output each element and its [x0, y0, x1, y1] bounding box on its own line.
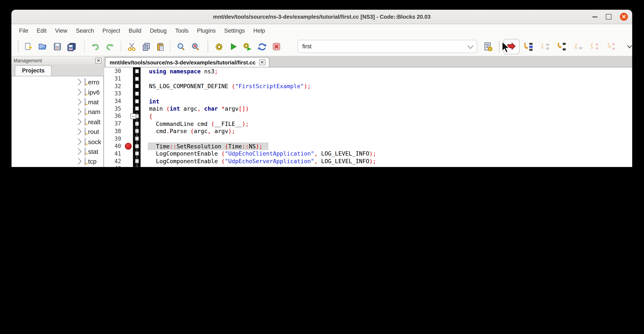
menu-debug[interactable]: Debug: [146, 26, 171, 36]
code-line-35[interactable]: 35main (int argc, char *argv[]): [104, 105, 632, 112]
management-close-icon[interactable]: ✕: [95, 58, 102, 63]
cut-button[interactable]: [126, 41, 138, 53]
menu-help[interactable]: Help: [249, 26, 270, 36]
code-line-37[interactable]: 37 CommandLine cmd (__FILE__);: [104, 120, 632, 127]
code-line-40[interactable]: 40 Time::SetResolution (Time::NS);: [104, 142, 632, 150]
code-line-33[interactable]: 33: [104, 90, 632, 97]
step-into-button[interactable]: [554, 40, 569, 54]
step-out-button[interactable]: [570, 40, 586, 54]
tree-item-mat[interactable]: mat: [12, 97, 103, 107]
menu-edit[interactable]: Edit: [32, 26, 51, 36]
code-line-38[interactable]: 38 cmd.Parse (argc, argv);: [104, 127, 632, 135]
project-tree[interactable]: erroipv6matnamrealtroutsockstattcptraflt…: [12, 76, 104, 167]
toolbar-grip[interactable]: [17, 41, 19, 53]
tree-item-label: ipv6: [88, 88, 100, 96]
tree-item-realt[interactable]: realt: [12, 117, 103, 127]
code-line-43[interactable]: 43: [104, 165, 632, 167]
run-to-cursor-button[interactable]: [521, 40, 536, 54]
code-line-42[interactable]: 42 LogComponentEnable ("UdpEchoServerApp…: [104, 157, 632, 165]
build-target-combobox[interactable]: first: [298, 40, 477, 53]
new-file-icon: [24, 42, 32, 51]
next-line-button[interactable]: [537, 40, 552, 54]
undo-button[interactable]: [89, 41, 101, 53]
build-and-run-button[interactable]: [242, 41, 254, 53]
rebuild-button[interactable]: [256, 41, 268, 53]
code-editor[interactable]: 30using namespace ns3;3132NS_LOG_COMPONE…: [104, 67, 632, 167]
breakpoint-margin[interactable]: [124, 150, 133, 157]
breakpoint-margin[interactable]: [124, 127, 133, 135]
step-into-instruction-button[interactable]: [603, 40, 618, 54]
code-line-36[interactable]: 36{: [104, 112, 632, 120]
run-icon: [230, 42, 237, 51]
save-button[interactable]: [51, 41, 63, 53]
management-tabbar: Projects: [12, 65, 104, 76]
save-all-button[interactable]: [66, 41, 78, 53]
tree-item-tcp[interactable]: tcp: [12, 156, 103, 166]
tree-item-stat[interactable]: stat: [12, 146, 103, 156]
menu-view[interactable]: View: [51, 26, 72, 36]
line-number: 34: [104, 98, 124, 104]
editor-tab-close-icon[interactable]: ✕: [259, 59, 265, 65]
code-line-41[interactable]: 41 LogComponentEnable ("UdpEchoClientApp…: [104, 150, 632, 157]
breakpoint-margin[interactable]: [124, 105, 133, 112]
copy-button[interactable]: [140, 41, 152, 53]
menu-project[interactable]: Project: [98, 26, 124, 36]
svg-text:R: R: [193, 44, 196, 48]
menu-build[interactable]: Build: [124, 26, 146, 36]
editor-tab-first-cc[interactable]: mnt/dev/tools/source/ns-3-dev/examples/t…: [105, 57, 269, 67]
menu-plugins[interactable]: Plugins: [193, 26, 220, 36]
breakpoint-margin[interactable]: [124, 98, 133, 105]
breakpoint-margin[interactable]: [124, 90, 133, 97]
paste-button[interactable]: [154, 41, 166, 53]
breakpoint-margin[interactable]: [124, 67, 133, 75]
code-line-39[interactable]: 39: [104, 135, 632, 142]
tree-item-nam[interactable]: nam: [12, 107, 103, 117]
tree-item-erro[interactable]: erro: [12, 77, 103, 87]
open-file-button[interactable]: [37, 41, 49, 53]
breakpoint-margin[interactable]: [124, 135, 133, 142]
run-button[interactable]: [227, 41, 239, 53]
tab-projects[interactable]: Projects: [15, 65, 52, 76]
breakpoint-margin[interactable]: [124, 165, 133, 167]
menu-file[interactable]: File: [15, 26, 32, 36]
next-instruction-button[interactable]: [587, 40, 602, 54]
tree-item-rout[interactable]: rout: [12, 127, 103, 137]
undo-icon: [91, 42, 100, 51]
fold-collapse-icon[interactable]: [130, 114, 136, 119]
toolbar-grip[interactable]: [207, 41, 209, 53]
menu-settings[interactable]: Settings: [220, 26, 249, 36]
toolbar-grip[interactable]: [498, 41, 500, 53]
close-button[interactable]: ✕: [620, 13, 628, 21]
breakpoint-margin[interactable]: [124, 142, 133, 150]
tree-item-ipv6[interactable]: ipv6: [12, 87, 103, 97]
next-instruction-icon: [590, 42, 600, 51]
code-text: main (int argc, char *argv[]): [140, 105, 249, 112]
breakpoint-margin[interactable]: [124, 75, 133, 82]
line-number: 32: [104, 83, 124, 89]
new-file-button[interactable]: [22, 41, 34, 53]
find-button[interactable]: [175, 41, 187, 53]
tree-item-trafl[interactable]: trafl: [12, 166, 103, 167]
code-line-31[interactable]: 31: [104, 75, 632, 82]
redo-button[interactable]: [104, 41, 116, 53]
breakpoint-margin[interactable]: [124, 83, 133, 90]
code-line-32[interactable]: 32NS_LOG_COMPONENT_DEFINE ("FirstScriptE…: [104, 83, 632, 90]
line-number: 38: [104, 128, 124, 134]
maximize-button[interactable]: [606, 14, 612, 20]
build-button[interactable]: [213, 41, 225, 53]
chevron-down-button[interactable]: [624, 41, 632, 53]
title-bar[interactable]: mnt/dev/tools/source/ns-3-dev/examples/t…: [12, 10, 632, 24]
breakpoint-margin[interactable]: [124, 120, 133, 127]
abort-button[interactable]: [270, 41, 282, 53]
breakpoint-margin[interactable]: [124, 157, 133, 165]
menu-search[interactable]: Search: [72, 26, 98, 36]
code-line-34[interactable]: 34int: [104, 98, 632, 105]
target-options-button[interactable]: [482, 41, 494, 53]
code-text: {: [140, 113, 152, 120]
minimize-button[interactable]: [592, 16, 598, 17]
breakpoint-marker[interactable]: [125, 143, 132, 149]
replace-button[interactable]: R: [189, 41, 201, 53]
menu-tools[interactable]: Tools: [171, 26, 193, 36]
code-line-30[interactable]: 30using namespace ns3;: [104, 67, 632, 75]
tree-item-sock[interactable]: sock: [12, 137, 103, 147]
